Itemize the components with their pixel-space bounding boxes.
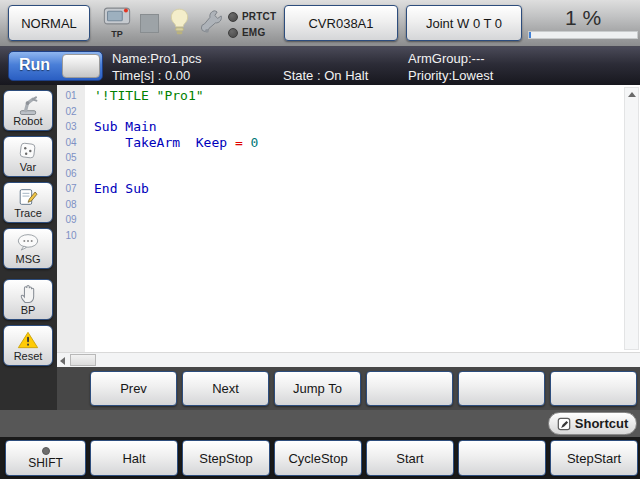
armgroup: ArmGroup:--- [408, 50, 493, 67]
horizontal-scroll-thumb[interactable] [70, 354, 96, 366]
shortcut-icon [557, 417, 571, 431]
top-toolbar: NORMAL TP P [0, 0, 640, 47]
speed-progress-fill [529, 32, 531, 38]
bottom-button-bar: SHIFTHaltStepStopCycleStopStartStepStart [0, 437, 640, 479]
sidebar-button-label: BP [21, 304, 36, 316]
shortcut-button[interactable]: Shortcut [548, 412, 637, 435]
nav-button-jump-to[interactable]: Jump To [274, 371, 361, 406]
vertical-scrollbar[interactable] [624, 87, 639, 350]
nav-button-blank[interactable] [366, 371, 453, 406]
code-line: 05 [57, 150, 640, 166]
code-text: '!TITLE "Pro1" [85, 88, 204, 104]
robot-arm-icon [16, 95, 40, 115]
cyclestop-button[interactable]: CycleStop [274, 440, 362, 476]
sidebar: RobotVarTraceMSGBPReset [0, 85, 57, 410]
prtct-label: PRTCT [242, 11, 276, 22]
code-line: 06 [57, 166, 640, 182]
sidebar-button-bp[interactable]: BP [3, 279, 53, 320]
sidebar-button-msg[interactable]: MSG [3, 228, 53, 269]
line-number: 04 [57, 135, 85, 151]
line-number: 05 [57, 150, 85, 166]
code-line: 04 TakeArm Keep = 0 [57, 135, 640, 151]
stepstop-button[interactable]: StepStop [182, 440, 270, 476]
code-line: 08 [57, 197, 640, 213]
start-button[interactable]: Start [366, 440, 454, 476]
line-number: 06 [57, 166, 85, 182]
controller-button[interactable]: CVR038A1 [284, 5, 398, 41]
code-text [85, 228, 94, 244]
dice-icon [17, 141, 39, 161]
program-state: State : On Halt [283, 67, 368, 84]
code-editor[interactable]: 01'!TITLE "Pro1"0203Sub Main04 TakeArm K… [57, 85, 640, 352]
run-toggle-knob[interactable] [62, 54, 100, 78]
program-name: Name:Pro1.pcs [112, 50, 202, 67]
scroll-left-icon[interactable] [60, 357, 65, 365]
blank-button[interactable] [458, 440, 546, 476]
sidebar-button-var[interactable]: Var [3, 136, 53, 177]
run-toggle[interactable]: Run [8, 51, 103, 81]
nav-button-prev[interactable]: Prev [90, 371, 177, 406]
sidebar-button-label: Var [20, 161, 36, 173]
nav-button-blank[interactable] [550, 371, 637, 406]
nav-button-row: PrevNextJump To [57, 367, 640, 410]
code-line: 07End Sub [57, 181, 640, 197]
horizontal-scrollbar[interactable] [57, 352, 640, 367]
coordinate-mode-button[interactable]: Joint W 0 T 0 [406, 5, 522, 41]
trace-document-icon [17, 187, 39, 207]
sidebar-button-label: MSG [15, 253, 40, 265]
sidebar-button-label: Robot [13, 115, 42, 127]
line-number: 09 [57, 212, 85, 228]
teach-pendant-icon[interactable]: TP [102, 6, 132, 39]
program-time: Time[s] : 0.00 [112, 67, 202, 84]
teach-pendant-screen: NORMAL TP P [0, 0, 640, 479]
indicator-lamps: PRTCT EMG [228, 9, 276, 41]
nav-button-next[interactable]: Next [182, 371, 269, 406]
sidebar-button-label: Trace [14, 207, 42, 219]
message-bubble-icon [16, 233, 40, 253]
code-line: 10 [57, 228, 640, 244]
code-lines: 01'!TITLE "Pro1"0203Sub Main04 TakeArm K… [57, 85, 640, 243]
shortcut-label: Shortcut [575, 416, 628, 431]
editor-panel: 01'!TITLE "Pro1"0203Sub Main04 TakeArm K… [57, 85, 640, 410]
sidebar-button-trace[interactable]: Trace [3, 182, 53, 223]
mode-button[interactable]: NORMAL [8, 5, 90, 41]
program-name-time: Name:Pro1.pcs Time[s] : 0.00 [112, 50, 202, 84]
bulb-icon[interactable] [170, 8, 189, 41]
code-line: 03Sub Main [57, 119, 640, 135]
code-text: Sub Main [85, 119, 157, 135]
prtct-lamp-icon [228, 12, 238, 22]
tp-label: TP [102, 29, 132, 39]
armgroup-priority: ArmGroup:--- Priority:Lowest [408, 50, 493, 84]
speed-percent-label: 1 % [528, 4, 638, 31]
scroll-up-icon[interactable] [628, 92, 636, 97]
nav-button-blank[interactable] [458, 371, 545, 406]
sidebar-button-reset[interactable]: Reset [3, 325, 53, 366]
sidebar-button-label: Reset [14, 350, 43, 362]
shift-button[interactable]: SHIFT [5, 440, 86, 476]
line-number: 10 [57, 228, 85, 244]
warning-triangle-icon [17, 330, 39, 350]
code-text: End Sub [85, 181, 149, 197]
run-toggle-label: Run [19, 56, 50, 74]
stepstart-button[interactable]: StepStart [550, 440, 638, 476]
code-text [85, 150, 94, 166]
shift-button-label: SHIFT [28, 456, 63, 470]
sidebar-button-robot[interactable]: Robot [3, 90, 53, 131]
teach-pendant-glyph [103, 6, 131, 26]
code-text [85, 104, 94, 120]
speed-display[interactable]: 1 % [528, 4, 638, 39]
line-number: 03 [57, 119, 85, 135]
line-number: 07 [57, 181, 85, 197]
code-line: 01'!TITLE "Pro1" [57, 88, 640, 104]
wrench-icon[interactable] [201, 8, 222, 42]
code-line: 02 [57, 104, 640, 120]
priority: Priority:Lowest [408, 67, 493, 84]
code-text [85, 197, 94, 213]
halt-button[interactable]: Halt [90, 440, 178, 476]
shift-indicator-dot [42, 447, 50, 455]
speed-progress-bar [528, 31, 638, 39]
hand-icon [19, 284, 38, 304]
line-number: 01 [57, 88, 85, 104]
program-status-bar: Run Name:Pro1.pcs Time[s] : 0.00 State :… [0, 47, 640, 85]
line-number: 02 [57, 104, 85, 120]
